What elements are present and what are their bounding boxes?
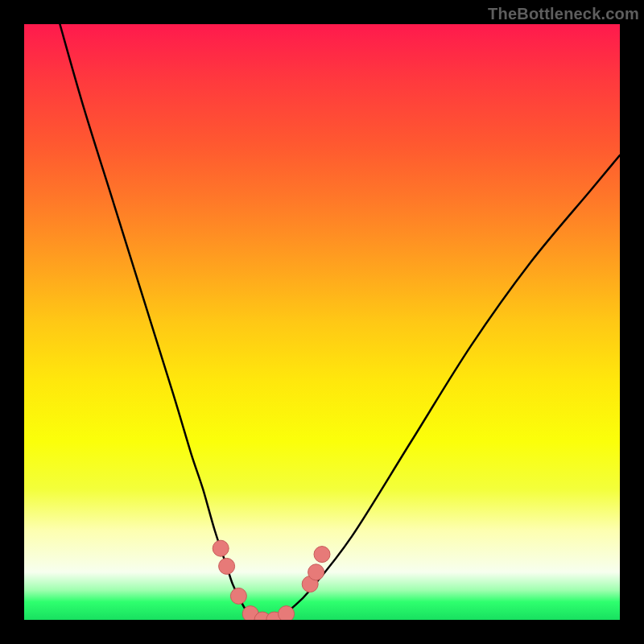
marker-9 [308, 564, 324, 580]
marker-10 [314, 547, 330, 563]
chart-frame: TheBottleneck.com [0, 0, 644, 644]
curve-layer [24, 24, 620, 620]
watermark-text: TheBottleneck.com [488, 5, 639, 23]
marker-5 [254, 612, 270, 620]
marker-4 [242, 606, 258, 620]
plot-area [24, 24, 620, 620]
marker-7 [279, 606, 295, 620]
marker-6 [266, 612, 283, 620]
bottleneck-curve [60, 24, 620, 620]
marker-1 [213, 540, 229, 556]
marker-3 [230, 588, 246, 604]
marker-8 [302, 576, 318, 592]
marker-2 [219, 558, 235, 574]
